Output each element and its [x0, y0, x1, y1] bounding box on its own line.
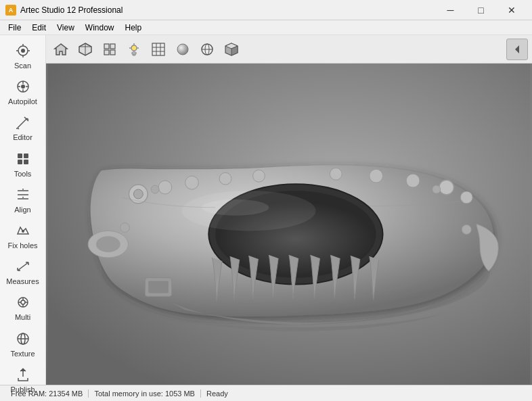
measures-icon: [14, 257, 32, 276]
svg-point-81: [406, 174, 420, 187]
sidebar-item-tools[interactable]: Tools: [1, 147, 45, 181]
menu-window[interactable]: Window: [80, 22, 120, 34]
main-area: Scan Autopilot: [0, 35, 532, 385]
svg-point-89: [433, 185, 441, 193]
close-button[interactable]: ✕: [496, 0, 527, 20]
menu-file[interactable]: File: [3, 22, 26, 34]
sidebar: Scan Autopilot: [0, 35, 46, 385]
cube-solid-button[interactable]: [221, 39, 242, 60]
texture-label: Texture: [10, 350, 35, 358]
3d-box-button[interactable]: [74, 39, 96, 60]
nav-back-button[interactable]: [506, 39, 528, 60]
toolbar-row: [46, 35, 532, 64]
wireframe-button[interactable]: [148, 39, 169, 60]
status-bar: Free RAM: 21354 MB Total memory in use: …: [0, 385, 532, 401]
maximize-button[interactable]: □: [466, 0, 496, 20]
title-bar: A Artec Studio 12 Professional ─ □ ✕: [0, 0, 532, 20]
svg-point-85: [96, 236, 120, 252]
menu-view[interactable]: View: [51, 22, 80, 34]
texture-icon: [14, 329, 32, 348]
sidebar-item-align[interactable]: Align: [1, 183, 45, 217]
svg-point-82: [439, 180, 454, 195]
title-left: A Artec Studio 12 Professional: [5, 5, 123, 16]
svg-point-78: [253, 170, 265, 182]
svg-rect-44: [104, 44, 109, 49]
svg-rect-18: [18, 160, 22, 164]
scan-icon: [14, 41, 32, 60]
svg-rect-46: [104, 50, 109, 55]
svg-point-79: [330, 168, 342, 180]
svg-point-1: [21, 49, 25, 53]
free-ram: Free RAM: 21354 MB: [5, 390, 89, 398]
svg-rect-55: [152, 43, 164, 55]
menu-edit[interactable]: Edit: [26, 22, 51, 34]
sidebar-item-fix-holes[interactable]: Fix holes: [1, 218, 45, 253]
multi-icon: [14, 293, 32, 312]
3d-model-container: [46, 64, 532, 385]
scan-label: Scan: [14, 62, 31, 70]
svg-rect-19: [24, 160, 28, 164]
app-icon: A: [5, 5, 16, 16]
svg-line-14: [18, 128, 19, 129]
svg-point-76: [185, 176, 199, 189]
align-icon: [14, 185, 32, 204]
window-title: Artec Studio 12 Professional: [20, 5, 123, 15]
svg-point-32: [21, 300, 25, 304]
tools-icon: [14, 149, 32, 168]
autopilot-label: Autopilot: [8, 97, 37, 106]
fix-holes-icon: [14, 221, 32, 240]
content-area: [46, 35, 532, 385]
svg-point-25: [22, 230, 24, 233]
svg-marker-67: [515, 45, 519, 53]
measures-label: Measures: [6, 277, 39, 286]
title-controls: ─ □ ✕: [435, 0, 527, 20]
sphere-outline-button[interactable]: [196, 39, 218, 60]
svg-marker-40: [55, 44, 67, 55]
svg-point-83: [460, 191, 472, 204]
svg-point-90: [120, 223, 130, 233]
svg-rect-16: [18, 154, 22, 158]
tools-label: Tools: [14, 170, 32, 179]
sidebar-item-editor[interactable]: Editor: [1, 110, 45, 145]
svg-point-75: [158, 181, 172, 194]
sidebar-item-texture[interactable]: Texture: [1, 327, 45, 361]
multi-label: Multi: [15, 313, 30, 322]
menu-bar: File Edit View Window Help: [0, 20, 532, 35]
viewport[interactable]: [46, 64, 532, 385]
sidebar-item-scan[interactable]: Scan: [1, 39, 45, 73]
svg-point-77: [219, 172, 231, 185]
total-memory: Total memory in use: 1053 MB: [89, 390, 201, 398]
svg-point-91: [462, 225, 471, 234]
align-label: Align: [14, 206, 30, 214]
svg-point-48: [131, 45, 137, 51]
svg-rect-47: [110, 50, 115, 55]
sidebar-item-autopilot[interactable]: Autopilot: [1, 74, 45, 109]
sidebar-item-multi[interactable]: Multi: [1, 290, 45, 325]
svg-rect-17: [24, 154, 28, 158]
svg-rect-45: [110, 44, 115, 49]
render-button[interactable]: [172, 39, 194, 60]
svg-rect-54: [133, 54, 135, 55]
lighting-button[interactable]: [123, 39, 145, 60]
editor-icon: [14, 113, 32, 132]
svg-point-80: [370, 169, 383, 183]
svg-line-26: [18, 262, 28, 270]
svg-point-74: [133, 189, 143, 199]
editor-label: Editor: [13, 133, 32, 142]
svg-line-12: [18, 118, 27, 128]
svg-point-7: [21, 85, 25, 89]
cube-faces-button[interactable]: [99, 39, 120, 60]
svg-rect-87: [148, 281, 169, 293]
fix-holes-label: Fix holes: [7, 241, 37, 250]
menu-help[interactable]: Help: [120, 22, 148, 34]
svg-point-88: [151, 185, 159, 193]
ready-status: Ready: [201, 390, 234, 398]
publish-icon: [14, 365, 32, 384]
sidebar-item-measures[interactable]: Measures: [1, 254, 45, 289]
home-view-button[interactable]: [50, 39, 72, 60]
autopilot-icon: [14, 77, 32, 96]
minimize-button[interactable]: ─: [435, 0, 466, 20]
svg-point-60: [177, 44, 188, 55]
